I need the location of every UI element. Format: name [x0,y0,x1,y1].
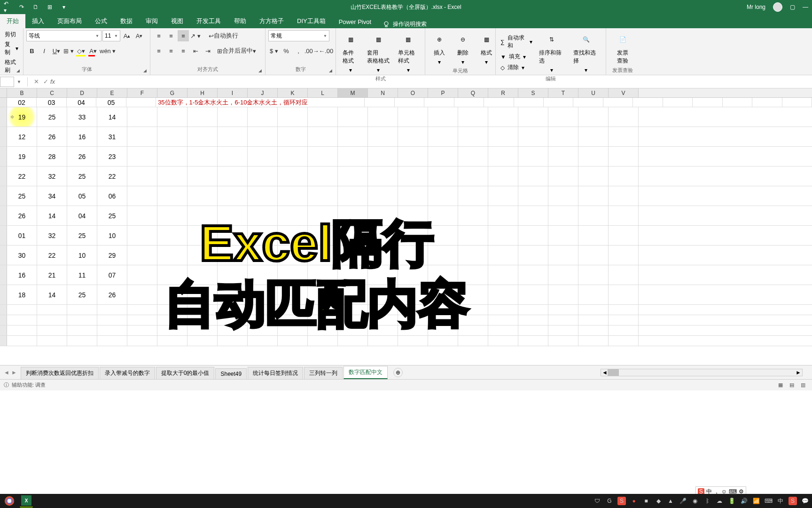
cell[interactable] [488,305,518,315]
cell[interactable] [548,315,578,325]
cell[interactable] [428,206,458,225]
column-header-D[interactable]: D [67,88,97,97]
align-right-icon[interactable]: ≡ [178,45,189,56]
cell[interactable] [127,265,157,285]
cell[interactable] [609,265,639,285]
cell[interactable] [187,265,218,285]
cell[interactable] [97,315,127,325]
cell[interactable] [248,336,278,346]
cell[interactable]: 03 [37,98,66,107]
cell[interactable] [488,336,518,346]
cell[interactable] [187,305,218,315]
cell[interactable] [157,325,187,335]
column-header-E[interactable]: E [97,88,127,97]
cell[interactable] [278,265,308,285]
cell[interactable] [218,305,248,315]
number-format-combo[interactable]: 常规▼ [268,30,329,41]
decrease-indent-icon[interactable]: ⇤ [190,45,201,56]
accounting-format-icon[interactable]: $ ▾ [268,45,280,56]
cell[interactable] [218,336,248,346]
cell[interactable] [548,147,578,166]
cell[interactable] [458,107,488,127]
cell[interactable]: 29 [97,246,127,265]
cell[interactable] [398,226,428,245]
sort-filter-button[interactable]: ⇅排序和筛选▾ [535,30,569,75]
cell[interactable] [578,147,609,166]
page-layout-view-icon[interactable]: ▤ [787,381,797,389]
column-header-S[interactable]: S [518,88,548,97]
cell[interactable] [428,127,458,146]
cell[interactable] [398,305,428,315]
horizontal-scrollbar[interactable]: ◄ ► [601,369,803,376]
tab-insert[interactable]: 插入 [25,14,51,28]
cell[interactable] [428,186,458,206]
cell[interactable] [368,265,398,285]
cell[interactable]: 32 [37,226,67,245]
cell-styles-button[interactable]: ▦单元格样式▾ [394,30,422,75]
cell[interactable] [126,98,156,107]
cell[interactable] [458,315,488,325]
cell[interactable] [488,325,518,335]
cell[interactable] [514,98,544,107]
tray-g-icon[interactable]: G [605,497,614,505]
cell[interactable] [338,315,368,325]
cell[interactable] [398,167,428,186]
column-header-R[interactable]: R [488,88,518,97]
tab-home[interactable]: 开始 [0,14,25,28]
cell[interactable] [609,107,639,127]
tray-ime-icon[interactable]: 中 [776,497,785,505]
cell[interactable] [578,336,609,346]
tray-stop-icon[interactable]: ■ [642,497,650,505]
cell[interactable] [308,246,338,265]
cell[interactable] [218,325,248,335]
cell[interactable] [157,167,187,186]
tab-view[interactable]: 视图 [164,14,190,28]
cell[interactable]: 31 [97,127,127,146]
cell[interactable] [37,315,67,325]
font-name-combo[interactable]: 等线▼ [26,30,102,41]
cell[interactable] [338,186,368,206]
cell[interactable]: 25 [67,285,97,304]
cell[interactable] [488,107,518,127]
number-launcher-icon[interactable]: ◢ [329,68,335,74]
tab-data[interactable]: 数据 [114,14,139,28]
cell[interactable]: 07 [97,265,127,285]
cell[interactable] [603,98,633,107]
cell[interactable] [428,285,458,304]
cell[interactable] [308,315,338,325]
column-header-P[interactable]: P [428,88,458,97]
cell[interactable] [278,186,308,206]
cell[interactable] [248,127,278,146]
cell[interactable] [578,325,609,335]
tray-shield-icon[interactable]: 🛡 [593,497,601,505]
cell[interactable] [548,186,578,206]
cell[interactable]: 25 [7,186,37,206]
add-sheet-button[interactable]: ⊕ [393,368,403,377]
decrease-font-icon[interactable]: A▾ [133,30,145,41]
decrease-decimal-icon[interactable]: ←.00 [320,45,333,56]
cell[interactable] [7,315,37,325]
cell[interactable] [67,305,97,315]
cell[interactable]: 26 [7,206,37,225]
accessibility-icon[interactable]: ⓘ [4,381,9,389]
cell[interactable] [578,186,609,206]
cell[interactable] [398,315,428,325]
cell[interactable] [454,98,484,107]
cell[interactable] [7,325,37,335]
column-header-H[interactable]: H [187,88,218,97]
cell[interactable] [248,246,278,265]
cell[interactable] [578,206,609,225]
cell[interactable] [518,285,548,304]
cell[interactable] [127,167,157,186]
cell[interactable] [458,186,488,206]
cell[interactable] [548,107,578,127]
qat-customize-icon[interactable]: ▾ [60,3,68,11]
cell[interactable] [308,336,338,346]
clipboard-launcher-icon[interactable]: ◢ [16,68,22,74]
cell[interactable] [248,147,278,166]
cell[interactable] [458,127,488,146]
cell[interactable] [368,186,398,206]
tray-app2-icon[interactable]: ▲ [666,497,675,505]
cell[interactable] [609,186,639,206]
column-header-V[interactable]: V [609,88,639,97]
